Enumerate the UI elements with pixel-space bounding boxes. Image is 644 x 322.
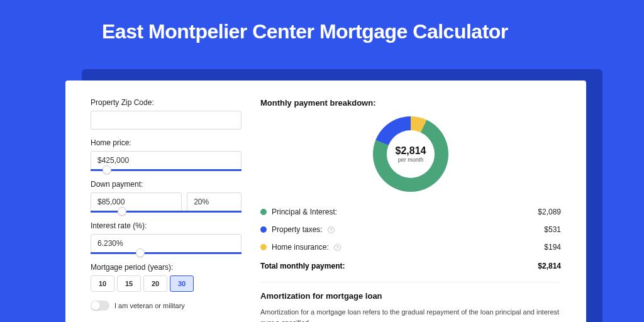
period-btn-20[interactable]: 20 <box>143 275 167 292</box>
breakdown-label: Property taxes: <box>272 225 323 234</box>
donut-chart: $2,814 per month <box>373 116 448 192</box>
zip-input[interactable] <box>91 111 242 130</box>
breakdown-label: Principal & Interest: <box>272 208 337 216</box>
period-buttons: 10 15 20 30 <box>91 275 242 292</box>
interest-group: Interest rate (%): <box>91 221 242 254</box>
breakdown-row-taxes: Property taxes: ? $531 <box>260 221 561 238</box>
period-btn-10[interactable]: 10 <box>91 275 114 292</box>
slider-thumb[interactable] <box>118 207 126 216</box>
down-payment-slider[interactable] <box>91 211 242 213</box>
interest-label: Interest rate (%): <box>91 221 242 230</box>
breakdown-column: Monthly payment breakdown: $2,814 per mo… <box>260 98 561 322</box>
veteran-toggle[interactable] <box>91 301 109 311</box>
down-payment-group: Down payment: <box>91 180 242 213</box>
slider-thumb[interactable] <box>136 248 145 257</box>
donut-subtext: per month <box>398 157 424 163</box>
dot-icon <box>260 226 267 233</box>
period-group: Mortgage period (years): 10 15 20 30 <box>91 263 242 292</box>
breakdown-value: $2,089 <box>538 208 561 216</box>
period-btn-30[interactable]: 30 <box>170 275 194 292</box>
interest-slider[interactable] <box>91 252 242 254</box>
down-payment-input[interactable] <box>91 192 182 211</box>
breakdown-row-insurance: Home insurance: ? $194 <box>260 238 561 256</box>
home-price-input[interactable] <box>91 151 242 170</box>
page-title: East Montpelier Center Mortgage Calculat… <box>0 0 644 55</box>
calculator-card: Property Zip Code: Home price: Down paym… <box>65 80 586 322</box>
total-value: $2,814 <box>538 262 561 270</box>
amortization-title: Amortization for mortgage loan <box>260 291 561 301</box>
interest-input[interactable] <box>91 234 242 253</box>
info-icon[interactable]: ? <box>334 244 341 251</box>
breakdown-value: $194 <box>544 243 561 252</box>
home-price-group: Home price: <box>91 138 242 171</box>
donut-center: $2,814 per month <box>387 130 435 178</box>
slider-thumb[interactable] <box>103 165 111 174</box>
dot-icon <box>260 244 267 250</box>
zip-field-group: Property Zip Code: <box>91 98 242 130</box>
total-row: Total monthly payment: $2,814 <box>260 256 561 279</box>
zip-label: Property Zip Code: <box>91 98 242 107</box>
divider <box>260 282 561 282</box>
breakdown-row-principal: Principal & Interest: $2,089 <box>260 203 561 221</box>
info-icon[interactable]: ? <box>328 226 335 233</box>
toggle-knob <box>91 301 100 310</box>
period-btn-15[interactable]: 15 <box>117 275 141 292</box>
down-payment-label: Down payment: <box>91 180 242 189</box>
total-label: Total monthly payment: <box>260 262 345 270</box>
down-payment-pct-input[interactable] <box>187 192 242 211</box>
breakdown-value: $531 <box>544 225 561 234</box>
breakdown-label: Home insurance: <box>272 243 329 252</box>
period-label: Mortgage period (years): <box>91 263 242 272</box>
donut-chart-wrap: $2,814 per month <box>260 116 561 192</box>
form-column: Property Zip Code: Home price: Down paym… <box>91 98 242 322</box>
dot-icon <box>260 209 267 215</box>
donut-amount: $2,814 <box>396 145 426 157</box>
breakdown-title: Monthly payment breakdown: <box>260 98 561 108</box>
amortization-text: Amortization for a mortgage loan refers … <box>260 307 561 322</box>
veteran-toggle-row: I am veteran or military <box>91 301 242 311</box>
home-price-label: Home price: <box>91 138 242 147</box>
veteran-label: I am veteran or military <box>114 302 185 309</box>
home-price-slider[interactable] <box>91 169 242 171</box>
